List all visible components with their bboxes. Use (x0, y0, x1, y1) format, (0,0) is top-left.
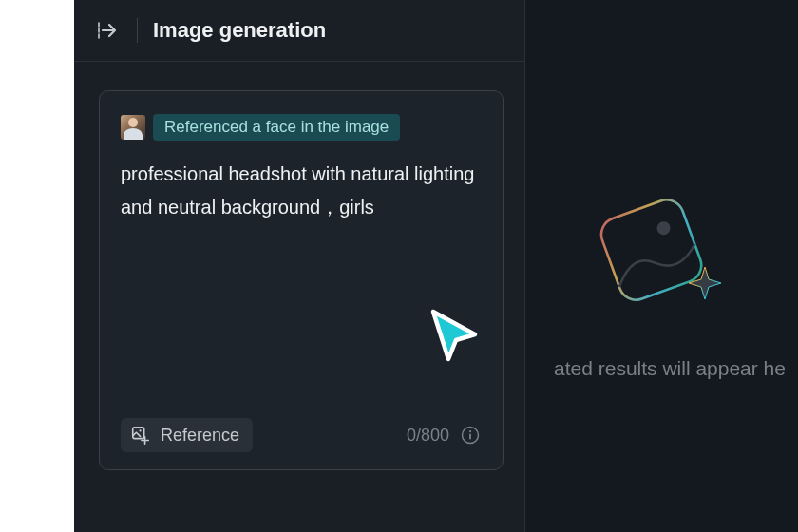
svg-point-10 (655, 219, 672, 237)
app-container: Image generation Referenced a face in th… (74, 0, 798, 532)
prompt-card: Referenced a face in the image professio… (99, 90, 504, 470)
header: Image generation (74, 0, 524, 62)
character-counter: 0/800 (407, 426, 449, 446)
reference-row: Referenced a face in the image (121, 114, 480, 141)
footer-right: 0/800 (407, 426, 480, 446)
reference-button-label: Reference (161, 426, 239, 446)
svg-rect-7 (469, 434, 471, 440)
placeholder-image-icon (581, 177, 733, 329)
info-icon[interactable] (461, 426, 480, 445)
whitespace-left (0, 0, 74, 532)
svg-rect-9 (596, 195, 705, 304)
svg-rect-3 (133, 428, 144, 439)
divider (137, 18, 138, 43)
page-title: Image generation (153, 18, 326, 43)
reference-face-avatar[interactable] (121, 115, 145, 140)
prompt-textarea[interactable]: professional headshot with natural light… (121, 158, 480, 224)
card-footer: Reference 0/800 (121, 418, 480, 452)
sidebar-panel: Image generation Referenced a face in th… (74, 0, 525, 532)
reference-button[interactable]: Reference (121, 418, 253, 452)
svg-rect-8 (596, 195, 705, 304)
collapse-sidebar-icon[interactable] (95, 17, 122, 44)
reference-add-icon (130, 425, 151, 446)
results-placeholder-text: ated results will appear he (554, 357, 786, 380)
results-area: ated results will appear he (525, 0, 798, 532)
svg-point-4 (139, 429, 141, 431)
svg-point-6 (469, 430, 471, 432)
reference-chip[interactable]: Referenced a face in the image (153, 114, 400, 141)
panel-body: Referenced a face in the image professio… (74, 62, 524, 532)
